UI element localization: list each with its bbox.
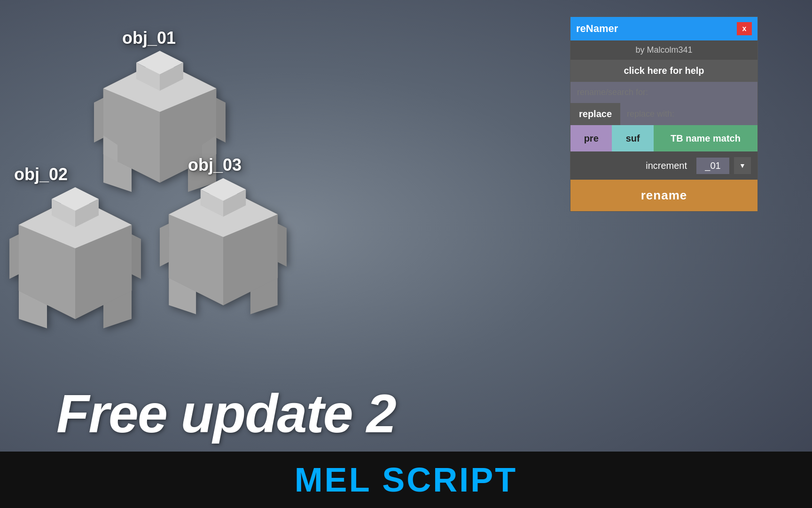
svg-marker-21 — [132, 234, 141, 281]
increment-value: _01 — [696, 158, 729, 174]
free-update-text: Free update 2 — [56, 382, 396, 444]
obj-02-container: obj_02 — [9, 165, 141, 340]
svg-marker-20 — [9, 234, 19, 281]
panel-subtitle: by Malcolm341 — [570, 40, 757, 60]
svg-marker-7 — [94, 98, 103, 145]
replace-input[interactable] — [620, 103, 757, 125]
increment-label: increment — [577, 160, 692, 171]
obj-03-svg — [160, 178, 287, 324]
obj-01-label: obj_01 — [122, 28, 254, 48]
replace-row: replace — [570, 103, 757, 125]
increment-dropdown-button[interactable]: ▼ — [734, 157, 751, 174]
mode-row: pre suf TB name match — [570, 125, 757, 151]
panel-title: reNamer — [576, 23, 618, 35]
renamer-panel: reNamer x by Malcolm341 click here for h… — [570, 16, 758, 212]
obj-03-label: obj_03 — [188, 155, 315, 175]
close-button[interactable]: x — [737, 22, 752, 35]
obj-02-svg — [9, 187, 141, 338]
mode-pre-button[interactable]: pre — [570, 125, 612, 151]
mel-script-text: MEL SCRIPT — [295, 460, 518, 499]
mode-tb-button[interactable]: TB name match — [654, 125, 757, 151]
obj-03-container: obj_03 — [160, 155, 287, 325]
svg-marker-31 — [160, 223, 169, 269]
obj-02-label: obj_02 — [14, 165, 146, 184]
help-button[interactable]: click here for help — [570, 60, 757, 82]
search-input[interactable] — [570, 82, 757, 103]
replace-label: replace — [570, 103, 620, 125]
bottom-bar: MEL SCRIPT — [0, 452, 812, 508]
objects-area: obj_01 o — [19, 19, 418, 348]
panel-titlebar: reNamer x — [570, 17, 757, 40]
svg-marker-8 — [216, 98, 226, 145]
mode-suf-button[interactable]: suf — [612, 125, 653, 151]
rename-button[interactable]: rename — [570, 180, 757, 211]
increment-row: increment _01 ▼ — [570, 151, 757, 180]
svg-marker-32 — [278, 223, 287, 269]
